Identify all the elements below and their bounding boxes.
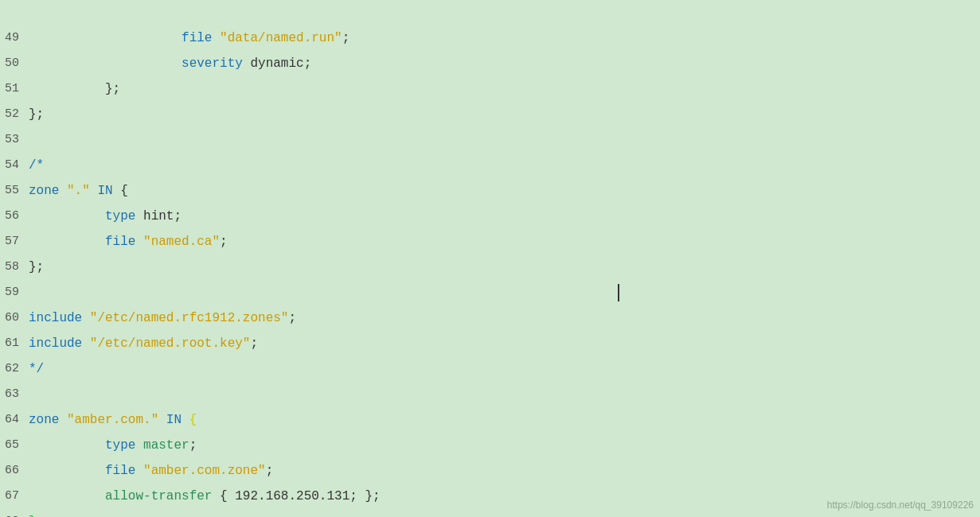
line-number: 58 — [0, 255, 29, 280]
line-content: */ — [29, 356, 980, 382]
line-number: 55 — [0, 178, 29, 204]
code-editor: 49 file "data/named.run";50 severity dyn… — [0, 0, 980, 517]
line-number: 49 — [0, 25, 29, 51]
line-content — [29, 382, 980, 407]
line-content: severity dynamic; — [29, 51, 980, 76]
line-content: zone "amber.com." IN { — [29, 407, 980, 433]
line-content: file "named.ca"; — [29, 229, 980, 255]
line-number: 67 — [0, 484, 29, 509]
table-row: 49 file "data/named.run"; — [0, 25, 980, 51]
watermark: https://blog.csdn.net/qq_39109226 — [827, 500, 974, 511]
table-row: 50 severity dynamic; — [0, 51, 980, 76]
line-content: }; — [29, 76, 980, 102]
table-row: 53 — [0, 127, 980, 153]
line-content: zone "." IN { — [29, 178, 980, 204]
line-content: type hint; — [29, 204, 980, 229]
line-number: 64 — [0, 407, 29, 433]
line-number: 59 — [0, 280, 29, 305]
table-row: 62*/ — [0, 356, 980, 382]
line-content: file "data/named.run"; — [29, 25, 980, 51]
line-content: /* — [29, 153, 980, 178]
line-number: 60 — [0, 305, 29, 331]
table-row: 58}; — [0, 255, 980, 280]
line-number: 62 — [0, 356, 29, 382]
line-number: 56 — [0, 204, 29, 229]
text-cursor — [618, 284, 619, 301]
line-number: 63 — [0, 382, 29, 407]
table-row: 57 file "named.ca"; — [0, 229, 980, 255]
table-row: 65 type master; — [0, 433, 980, 458]
line-content: include "/etc/named.root.key"; — [29, 331, 980, 356]
line-number: 52 — [0, 102, 29, 127]
line-number: 51 — [0, 76, 29, 102]
table-row: 61include "/etc/named.root.key"; — [0, 331, 980, 356]
line-content: include "/etc/named.rfc1912.zones"; — [29, 305, 980, 331]
table-row: 52}; — [0, 102, 980, 127]
line-content — [29, 280, 980, 305]
table-row: 54/* — [0, 153, 980, 178]
line-number: 65 — [0, 433, 29, 458]
line-content: file "amber.com.zone"; — [29, 458, 980, 484]
line-content: }; — [29, 255, 980, 280]
line-content: type master; — [29, 433, 980, 458]
line-number: 66 — [0, 458, 29, 484]
table-row: 64zone "amber.com." IN { — [0, 407, 980, 433]
table-row: 59 — [0, 280, 980, 305]
line-number: 57 — [0, 229, 29, 255]
table-row: 63 — [0, 382, 980, 407]
table-row: 56 type hint; — [0, 204, 980, 229]
line-number: 53 — [0, 127, 29, 153]
line-content: }; — [29, 102, 980, 127]
table-row: 55zone "." IN { — [0, 178, 980, 204]
line-number: 50 — [0, 51, 29, 76]
line-content — [29, 127, 980, 153]
table-row: 51 }; — [0, 76, 980, 102]
line-number: 68 — [0, 509, 29, 517]
line-number: 54 — [0, 153, 29, 178]
table-row: 60include "/etc/named.rfc1912.zones"; — [0, 305, 980, 331]
line-number: 61 — [0, 331, 29, 356]
table-row: 66 file "amber.com.zone"; — [0, 458, 980, 484]
